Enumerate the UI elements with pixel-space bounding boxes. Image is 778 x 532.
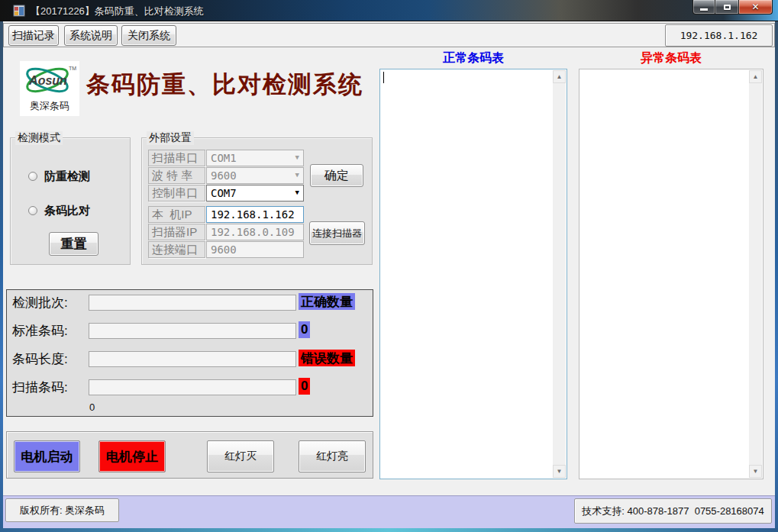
logo-tm-mark: TM bbox=[69, 66, 76, 71]
external-settings-group: 外部设置 扫描串口 COM1 ▼ 波 特 率 9600 ▼ 控制串口 COM7 … bbox=[141, 137, 373, 265]
red-light-off-button[interactable]: 红灯灭 bbox=[207, 440, 274, 472]
company-logo: Aosun TM 奥深条码 bbox=[20, 61, 79, 116]
scan-records-button[interactable]: 扫描记录 bbox=[8, 25, 59, 46]
status-bar: 版权所有: 奥深条码 技术支持: 400-878-1877 0755-28168… bbox=[3, 495, 775, 528]
connect-scanner-button[interactable]: 连接扫描器 bbox=[309, 221, 365, 245]
barcode-length-field[interactable] bbox=[89, 351, 296, 367]
abnormal-barcode-list[interactable]: ▲ ▼ bbox=[579, 69, 763, 479]
local-ip-label: 本 机IP bbox=[148, 206, 205, 223]
app-window: 【20171226】条码防重、比对检测系统 ✕ 扫描记录 系统说明 关闭系统 1… bbox=[0, 0, 778, 532]
radio-anti-duplicate[interactable]: 防重检测 bbox=[28, 168, 90, 185]
combo-value: COM7 bbox=[211, 187, 237, 199]
local-ip-display[interactable]: 192.168.1.162 bbox=[665, 24, 773, 47]
scan-barcode-label: 扫描条码: bbox=[12, 379, 68, 396]
motor-stop-button[interactable]: 电机停止 bbox=[98, 440, 166, 472]
page-title: 条码防重、比对检测系统 bbox=[86, 69, 363, 101]
toolbar: 扫描记录 系统说明 关闭系统 192.168.1.162 bbox=[3, 23, 775, 47]
abnormal-barcode-list-title: 异常条码表 bbox=[579, 50, 763, 66]
scroll-down-icon[interactable]: ▼ bbox=[749, 465, 762, 478]
text-caret bbox=[383, 72, 384, 83]
copyright-panel: 版权所有: 奥深条码 bbox=[5, 498, 119, 522]
scanner-ip-field: 192.168.0.109 bbox=[206, 224, 304, 240]
reset-button[interactable]: 重置 bbox=[49, 232, 98, 256]
close-system-button[interactable]: 关闭系统 bbox=[121, 25, 176, 46]
chevron-down-icon: ▼ bbox=[295, 189, 299, 196]
baud-rate-label: 波 特 率 bbox=[148, 167, 205, 184]
error-count-label: 错误数量 bbox=[299, 350, 355, 366]
chevron-down-icon: ▼ bbox=[295, 153, 299, 161]
motor-start-button[interactable]: 电机启动 bbox=[14, 440, 80, 472]
normal-barcode-list[interactable]: ▲ ▼ bbox=[379, 69, 567, 479]
standard-barcode-field[interactable] bbox=[89, 323, 296, 339]
scroll-up-icon[interactable]: ▲ bbox=[553, 70, 566, 83]
close-icon: ✕ bbox=[751, 2, 759, 12]
radio-icon bbox=[28, 172, 37, 181]
detection-info-panel: 检测批次: 标准条码: 条码长度: 扫描条码: 正确数量 0 错误数量 0 0 bbox=[6, 289, 373, 417]
connect-port-field: 9600 bbox=[206, 241, 304, 258]
batch-label: 检测批次: bbox=[12, 294, 68, 311]
tech-support-panel: 技术支持: 400-878-1877 0755-28168074 bbox=[574, 498, 772, 524]
system-info-button[interactable]: 系统说明 bbox=[64, 25, 118, 46]
motor-control-panel: 电机启动 电机停止 红灯灭 红灯亮 bbox=[6, 431, 373, 479]
red-light-on-button[interactable]: 红灯亮 bbox=[299, 440, 366, 472]
confirm-button[interactable]: 确定 bbox=[310, 164, 363, 187]
normal-barcode-list-title: 正常条码表 bbox=[379, 50, 567, 66]
window-controls: ✕ bbox=[692, 0, 773, 15]
correct-count-label: 正确数量 bbox=[299, 293, 355, 310]
error-count-value: 0 bbox=[299, 378, 310, 395]
radio-label: 防重检测 bbox=[44, 169, 90, 184]
logo-subtitle: 奥深条码 bbox=[20, 99, 79, 113]
local-ip-field[interactable]: 192.168.1.162 bbox=[206, 206, 304, 223]
control-serial-combo[interactable]: COM7 ▼ bbox=[206, 185, 304, 202]
app-icon bbox=[13, 5, 25, 17]
scan-serial-row: 扫描串口 COM1 ▼ bbox=[148, 150, 304, 166]
external-settings-group-title: 外部设置 bbox=[147, 131, 194, 145]
window-border-right bbox=[775, 21, 778, 532]
control-serial-label: 控制串口 bbox=[148, 185, 205, 202]
standard-barcode-label: 标准条码: bbox=[12, 322, 68, 340]
detection-mode-group-title: 检测模式 bbox=[15, 131, 63, 145]
normal-list-scrollbar[interactable]: ▲ ▼ bbox=[553, 70, 566, 478]
abnormal-list-scrollbar[interactable]: ▲ ▼ bbox=[749, 70, 762, 478]
batch-field[interactable] bbox=[89, 295, 296, 311]
window-title: 【20171226】条码防重、比对检测系统 bbox=[31, 5, 204, 18]
baud-rate-row: 波 特 率 9600 ▼ bbox=[148, 167, 304, 184]
connect-port-row: 连接端口 9600 bbox=[148, 241, 304, 258]
scan-serial-combo: COM1 ▼ bbox=[206, 150, 304, 166]
close-button[interactable]: ✕ bbox=[738, 0, 773, 15]
aosun-logo-icon: Aosun TM bbox=[20, 61, 79, 99]
scan-serial-label: 扫描串口 bbox=[148, 150, 205, 166]
scan-barcode-field[interactable] bbox=[89, 379, 296, 395]
scroll-up-icon[interactable]: ▲ bbox=[749, 70, 762, 83]
control-serial-row: 控制串口 COM7 ▼ bbox=[148, 185, 304, 202]
radio-barcode-compare[interactable]: 条码比对 bbox=[28, 202, 90, 219]
scanner-ip-row: 扫描器IP 192.168.0.109 bbox=[148, 224, 304, 240]
combo-value: 9600 bbox=[211, 169, 237, 182]
extra-count-value: 0 bbox=[89, 401, 95, 413]
detection-mode-group: 检测模式 防重检测 条码比对 重置 bbox=[10, 137, 131, 265]
chevron-down-icon: ▼ bbox=[295, 171, 299, 179]
scroll-down-icon[interactable]: ▼ bbox=[553, 465, 566, 478]
combo-value: COM1 bbox=[211, 152, 237, 164]
connect-port-label: 连接端口 bbox=[148, 241, 205, 258]
titlebar: 【20171226】条码防重、比对检测系统 ✕ bbox=[0, 0, 778, 21]
window-border-left bbox=[0, 21, 3, 532]
minimize-icon bbox=[700, 8, 708, 11]
scanner-ip-label: 扫描器IP bbox=[148, 224, 205, 240]
local-ip-row: 本 机IP 192.168.1.162 bbox=[148, 206, 304, 223]
radio-label: 条码比对 bbox=[44, 204, 90, 218]
maximize-button[interactable] bbox=[715, 0, 738, 15]
logo-wordmark: Aosun bbox=[28, 74, 67, 87]
barcode-length-label: 条码长度: bbox=[12, 350, 68, 368]
correct-count-value: 0 bbox=[299, 321, 310, 338]
maximize-icon bbox=[724, 5, 731, 10]
window-border-bottom bbox=[0, 528, 778, 532]
radio-icon bbox=[28, 206, 37, 215]
baud-rate-combo: 9600 ▼ bbox=[206, 167, 304, 184]
minimize-button[interactable] bbox=[692, 0, 715, 15]
